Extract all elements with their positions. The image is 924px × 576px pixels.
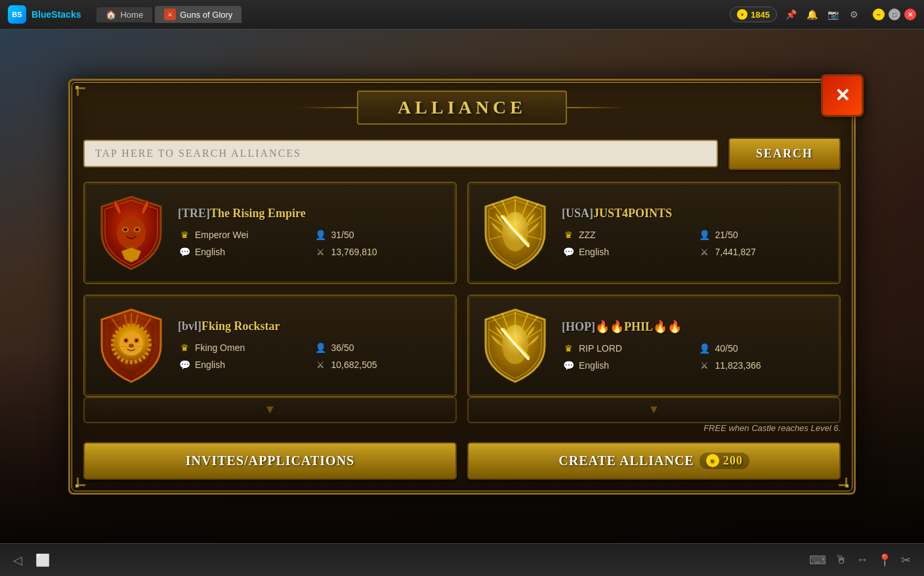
svg-point-32: [125, 339, 127, 342]
alliance-info-1: [USA]JUST4POINTS ZZZ 👤 21/50: [562, 207, 829, 258]
alliance-card-3[interactable]: [HOP]🔥🔥PHIL🔥🔥 RIP LORD 👤 40/50: [467, 295, 841, 397]
shield-emblem-2: [95, 306, 167, 385]
shield-emblem-3: [479, 306, 551, 385]
info-grid-1: ZZZ 👤 21/50 💬 English ⚔: [562, 228, 829, 258]
home-tab[interactable]: 🏠 Home: [96, 7, 152, 22]
titlebar-right: ● 1845 📌 🔔 📷 ⚙ − □ ✕: [722, 7, 924, 22]
swords-icon-1: ⚔: [698, 245, 711, 258]
close-window-button[interactable]: ✕: [904, 9, 916, 20]
maximize-button[interactable]: □: [889, 9, 900, 20]
members-row-1: 👤 21/50: [698, 228, 830, 241]
search-button[interactable]: SEARCH: [728, 138, 841, 170]
svg-point-7: [123, 228, 127, 231]
alliance-title-bg: ALLIANCE: [357, 91, 567, 125]
alliance-card-0[interactable]: [TRE]The Rising Empire Emperor Wei 👤 31/…: [83, 182, 457, 284]
alliance-name-2: [bvl]Fking Rockstar: [178, 319, 445, 333]
settings-icon[interactable]: ⚙: [847, 7, 861, 22]
members-value-2: 36/50: [331, 342, 354, 353]
alliance-name-text-0: The Rising Empire: [210, 207, 306, 220]
bell-icon[interactable]: 🔔: [805, 7, 819, 22]
power-value-2: 10,682,505: [331, 360, 377, 370]
search-input[interactable]: TAP HERE TO SEARCH ALLIANCES: [95, 148, 301, 159]
info-grid-0: Emperor Wei 👤 31/50 💬 English: [178, 228, 445, 258]
coin-amount: 1845: [751, 10, 770, 20]
members-value-0: 31/50: [331, 230, 354, 240]
partial-row: ▼ ▼: [83, 397, 841, 423]
partial-card-left: ▼: [83, 397, 457, 423]
keyboard-icon[interactable]: ⌨: [809, 553, 826, 567]
search-input-wrap[interactable]: TAP HERE TO SEARCH ALLIANCES: [83, 140, 718, 167]
shield-emblem-0: [95, 194, 167, 272]
language-value-0: English: [195, 247, 225, 257]
alliance-card-1[interactable]: [USA]JUST4POINTS ZZZ 👤 21/50: [467, 182, 841, 284]
red-shield-svg: [95, 194, 167, 272]
leader-row-3: RIP LORD: [562, 342, 693, 355]
alliance-title: ALLIANCE: [398, 97, 526, 118]
close-icon: ✕: [835, 85, 850, 106]
svg-point-9: [126, 232, 136, 238]
game-tab[interactable]: ⚔ Guns of Glory: [155, 6, 242, 23]
resize-icon[interactable]: ↔: [856, 553, 868, 567]
crown-icon-0: [178, 228, 191, 241]
minimize-button[interactable]: −: [873, 9, 885, 20]
swords-icon-0: ⚔: [314, 245, 327, 258]
alliance-card-2[interactable]: [bvl]Fking Rockstar Fking Omen 👤 36/50: [83, 295, 457, 397]
home-tab-icon: 🏠: [106, 10, 116, 20]
gold-shield-svg-3: [479, 306, 551, 385]
partial-card-right: ▼: [467, 397, 841, 423]
chat-icon-2: 💬: [178, 358, 191, 371]
leader-value-1: ZZZ: [579, 230, 596, 240]
crown-icon-2: [178, 341, 191, 354]
language-value-2: English: [195, 360, 225, 370]
alliance-info-0: [TRE]The Rising Empire Emperor Wei 👤 31/…: [178, 207, 445, 258]
chat-icon-3: 💬: [562, 359, 575, 372]
search-area: TAP HERE TO SEARCH ALLIANCES SEARCH: [83, 138, 841, 170]
alliance-tag-1: [USA]: [562, 207, 593, 220]
power-row-0: ⚔ 13,769,810: [314, 245, 446, 258]
corner-decoration-bl: [75, 461, 102, 487]
location-icon[interactable]: 📍: [877, 553, 892, 567]
taskbar-left: ◁ ⬜: [13, 553, 50, 567]
create-alliance-cost: 200: [723, 454, 743, 468]
power-row-2: ⚔ 10,682,505: [314, 358, 446, 371]
invites-applications-button[interactable]: INVITES/APPLICATIONS: [83, 442, 457, 480]
mouse-icon[interactable]: 🖱: [835, 553, 847, 567]
members-value-3: 40/50: [715, 343, 738, 354]
svg-point-34: [129, 344, 134, 348]
scroll-down-arrow-right: ▼: [648, 403, 660, 417]
alliance-info-3: [HOP]🔥🔥PHIL🔥🔥 RIP LORD 👤 40/50: [562, 319, 829, 372]
chat-icon-0: 💬: [178, 245, 191, 258]
back-button[interactable]: ◁: [13, 553, 22, 567]
game-tab-label: Guns of Glory: [180, 10, 232, 20]
power-value-3: 11,823,366: [715, 360, 761, 371]
language-value-3: English: [579, 360, 609, 371]
alliance-tag-0: [TRE]: [178, 207, 210, 220]
modal-close-button[interactable]: ✕: [821, 74, 864, 117]
create-alliance-label: CREATE ALLIANCE: [558, 453, 694, 468]
home-tab-label: Home: [120, 10, 143, 20]
scroll-down-arrow-left: ▼: [264, 403, 276, 417]
language-row-0: 💬 English: [178, 245, 309, 258]
alliance-name-text-3: 🔥🔥PHIL🔥🔥: [595, 320, 682, 333]
language-row-1: 💬 English: [562, 245, 693, 258]
game-tab-icon: ⚔: [164, 9, 176, 20]
info-grid-2: Fking Omen 👤 36/50 💬 English: [178, 341, 445, 371]
titlebar-left: BS BlueStacks 🏠 Home ⚔ Guns of Glory: [0, 5, 249, 24]
ornament-left: [298, 107, 350, 108]
pin-icon[interactable]: 📌: [784, 7, 798, 22]
window-controls: − □ ✕: [873, 9, 916, 20]
gold-shield-svg-1: [479, 194, 551, 272]
power-row-3: ⚔ 11,823,366: [698, 359, 830, 372]
chat-icon-1: 💬: [562, 245, 575, 258]
corner-decoration-tl: [75, 86, 102, 112]
members-value-1: 21/50: [715, 230, 738, 240]
alliance-title-wrap: ALLIANCE: [83, 91, 841, 125]
camera-icon[interactable]: 📷: [826, 7, 840, 22]
alliance-name-0: [TRE]The Rising Empire: [178, 207, 445, 220]
title-ornament: ALLIANCE: [298, 91, 626, 125]
more-icon[interactable]: ✂: [901, 553, 911, 567]
swords-icon-2: ⚔: [314, 358, 327, 371]
window-button[interactable]: ⬜: [35, 553, 50, 567]
leader-value-2: Fking Omen: [195, 342, 245, 353]
create-alliance-button[interactable]: CREATE ALLIANCE ● 200: [467, 442, 841, 480]
